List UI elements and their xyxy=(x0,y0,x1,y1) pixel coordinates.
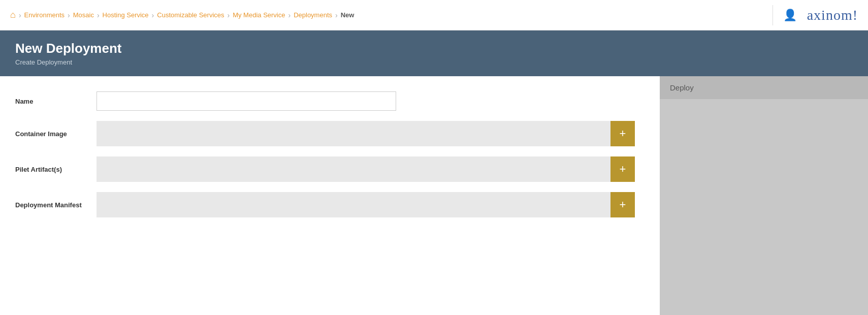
name-field xyxy=(97,91,645,111)
container-image-field: + xyxy=(97,121,645,146)
page-title: New Deployment xyxy=(15,41,853,56)
pilet-artifacts-label: Pilet Artifact(s) xyxy=(15,166,97,173)
pilet-artifacts-row: Pilet Artifact(s) + xyxy=(15,156,645,182)
deployment-manifest-field: + xyxy=(97,192,645,217)
sep-5: › xyxy=(288,11,291,19)
user-icon[interactable]: 👤 xyxy=(783,9,797,22)
deployment-manifest-label: Deployment Manifest xyxy=(15,201,97,209)
pilet-artifacts-bar: + xyxy=(97,156,635,182)
deployment-manifest-row: Deployment Manifest + xyxy=(15,192,645,217)
container-image-row: Container Image + xyxy=(15,121,645,146)
deployment-manifest-bar: + xyxy=(97,192,635,217)
sep-6: › xyxy=(335,11,338,19)
breadcrumb-my-media-service[interactable]: My Media Service xyxy=(233,11,285,19)
right-sidebar: Deploy xyxy=(660,76,868,315)
container-image-bar: + xyxy=(97,121,635,146)
sep-2: › xyxy=(97,11,100,19)
brand-logo: axinom! xyxy=(807,7,858,23)
breadcrumb-environments[interactable]: Environments xyxy=(24,11,65,19)
form-area: Name Container Image + Pilet Artifact(s)… xyxy=(0,76,660,315)
name-input[interactable] xyxy=(97,91,396,111)
container-image-label: Container Image xyxy=(15,130,97,138)
breadcrumb-new: New xyxy=(341,11,355,19)
sep-3: › xyxy=(152,11,154,19)
home-icon[interactable]: ⌂ xyxy=(10,10,16,20)
name-label: Name xyxy=(15,98,97,105)
container-image-add-button[interactable]: + xyxy=(610,121,635,146)
sep-1: › xyxy=(68,11,70,19)
name-row: Name xyxy=(15,91,645,111)
topbar: ⌂ › Environments › Mosaic › Hosting Serv… xyxy=(0,0,868,30)
breadcrumb-hosting-service[interactable]: Hosting Service xyxy=(103,11,149,19)
breadcrumb-mosaic[interactable]: Mosaic xyxy=(73,11,94,19)
sep-0: › xyxy=(19,11,21,19)
page-subtitle: Create Deployment xyxy=(15,58,853,66)
pilet-artifacts-add-button[interactable]: + xyxy=(610,156,635,182)
deploy-button[interactable]: Deploy xyxy=(660,76,868,99)
breadcrumb-deployments[interactable]: Deployments xyxy=(294,11,332,19)
main-layout: Name Container Image + Pilet Artifact(s)… xyxy=(0,76,868,315)
breadcrumb: ⌂ › Environments › Mosaic › Hosting Serv… xyxy=(10,10,354,20)
breadcrumb-customizable-services[interactable]: Customizable Services xyxy=(157,11,224,19)
page-header: New Deployment Create Deployment xyxy=(0,30,868,76)
deployment-manifest-add-button[interactable]: + xyxy=(610,192,635,217)
topbar-right: 👤 axinom! xyxy=(773,5,858,25)
divider xyxy=(773,5,773,25)
sep-4: › xyxy=(228,11,230,19)
pilet-artifacts-field: + xyxy=(97,156,645,182)
